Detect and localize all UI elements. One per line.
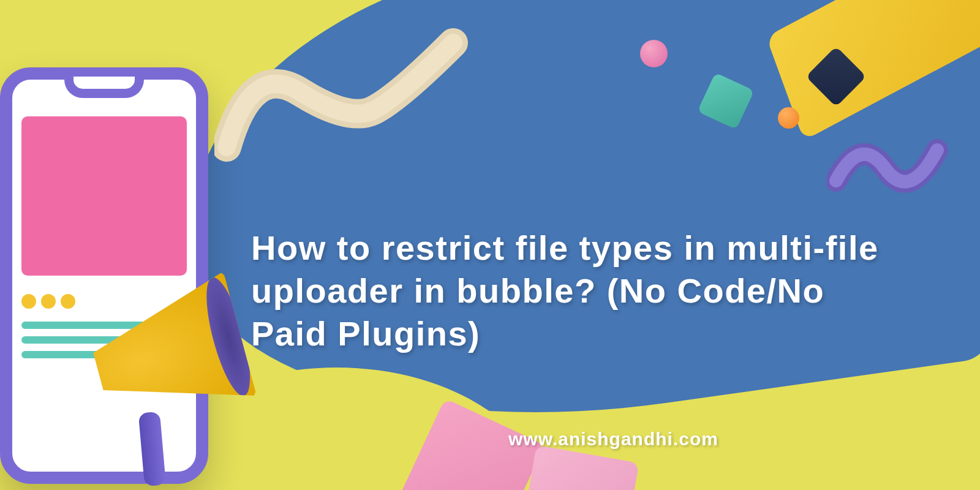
squiggle-beige-icon	[214, 24, 472, 184]
main-title: How to restrict file types in multi-file…	[251, 227, 894, 355]
dot-icon	[21, 294, 36, 309]
megaphone-cone	[81, 271, 257, 434]
website-url: www.anishgandhi.com	[508, 429, 718, 450]
phone-notch	[64, 77, 144, 98]
cube-pink-bottom2-icon	[519, 445, 639, 490]
sphere-pink-icon	[640, 40, 668, 67]
sphere-orange-icon	[778, 107, 799, 129]
phone-screen	[21, 116, 187, 276]
megaphone-opening	[198, 274, 259, 400]
squiggle-purple-icon	[827, 129, 949, 208]
